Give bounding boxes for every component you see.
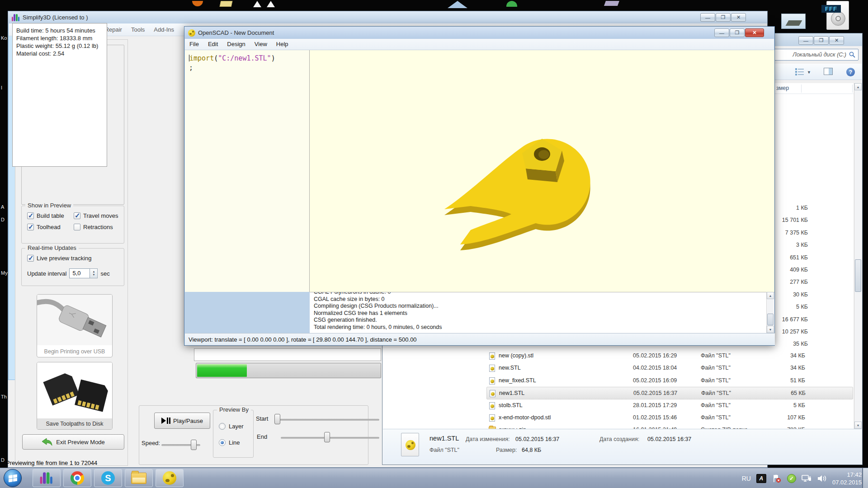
file-date: 28.01.2015 17:29 [633,402,677,408]
preview-option-toolhead[interactable]: Toolhead [27,224,74,230]
view-mode-icon[interactable] [795,68,804,75]
radio-button[interactable] [219,439,226,446]
file-row[interactable]: new_fixed.STL05.02.2015 16:09Файл "STL"5… [486,375,853,387]
update-interval-input[interactable]: 5,0 [69,268,90,278]
update-interval-stepper[interactable]: ▲▼ [90,268,98,278]
menu-item-file[interactable]: File [185,38,203,50]
end-slider-thumb[interactable] [324,432,330,442]
checkbox[interactable] [27,212,34,219]
maximize-button[interactable]: ❐ [814,36,829,45]
begin-printing-usb-button[interactable]: Begin Printing over USB [37,294,113,357]
console[interactable]: CGAL Polyhedrons in cache: 0CGAL cache s… [310,292,774,333]
file-name: new.STL [499,365,521,371]
start-button[interactable] [4,469,22,487]
openscad-titlebar[interactable]: OpenSCAD - New Document — ❐ ✕ [184,27,774,39]
menu-item-design[interactable]: Design [222,38,250,50]
menu-item-tools[interactable]: Tools [127,24,149,36]
preview-pane-icon[interactable] [824,68,833,75]
close-button[interactable]: ✕ [745,28,764,37]
radio-button[interactable] [219,423,226,430]
close-button[interactable]: ✕ [829,36,844,45]
console-scrollbar[interactable]: ▲ ▼ [766,292,774,333]
screenshot-desktop-icon[interactable] [781,14,806,29]
network-icon[interactable] [802,474,811,483]
spin-down-icon[interactable]: ▼ [92,273,95,277]
menu-item-view[interactable]: View [250,38,272,50]
show-desktop-button[interactable] [862,468,868,488]
action-center-flag-icon[interactable] [772,474,782,483]
file-row[interactable]: new.STL04.02.2015 18:04Файл "STL"34 КБ [486,362,853,374]
clock-date: 07.02.2015 [832,479,862,486]
checkbox[interactable] [27,224,34,230]
openscad-app-icon [188,29,195,37]
scroll-down-icon[interactable]: ▼ [767,326,774,333]
clock[interactable]: 17:42 07.02.2015 [832,471,862,486]
explorer-search-box[interactable]: Локальный диск (C:) [774,49,859,61]
file-row[interactable]: x-end-motor-dpod.stl01.02.2015 15:46Файл… [486,412,853,424]
fff-file-desktop-icon[interactable]: FFF [826,1,849,30]
play-pause-button[interactable]: Play/Pause [154,413,210,429]
size-column-header[interactable]: змер [776,85,789,91]
preview-option-travel-moves[interactable]: Travel moves [74,212,120,219]
menu-item-edit[interactable]: Edit [203,38,222,50]
details-created-label: Дата создания: [599,436,639,442]
file-name: new_fixed.STL [499,377,536,384]
file-date: 05.02.2015 16:29 [633,352,677,359]
taskbar-item-explorer[interactable] [125,469,153,487]
checkbox[interactable] [74,224,80,230]
details-modified-value: 05.02.2015 16:37 [515,436,559,442]
save-toolpaths-button[interactable]: Save Toolpaths to Disk [37,362,113,430]
start-slider-thumb[interactable] [274,414,280,424]
menu-item-add-ins[interactable]: Add-Ins [149,24,179,36]
keyboard-layout-icon[interactable]: A [756,474,766,483]
volume-icon[interactable] [817,474,827,483]
spin-up-icon[interactable]: ▲ [92,270,95,273]
radio-label: Line [229,439,240,446]
view-dropdown-icon[interactable]: ▼ [807,70,811,75]
live-preview-tracking-checkbox[interactable] [27,255,34,262]
explorer-scrollbar[interactable]: ▲ ▼ [854,83,862,429]
scroll-up-icon[interactable]: ▲ [854,83,862,90]
preview-option-build-table[interactable]: Build table [27,212,74,219]
scroll-up-icon[interactable]: ▲ [767,292,774,299]
taskbar-item-openscad[interactable] [156,469,184,487]
exit-preview-mode-button[interactable]: Exit Preview Mode [22,434,124,450]
file-row[interactable]: new1.STL05.02.2015 16:37Файл "STL"65 КБ [486,387,853,399]
usb-connector-icon [37,295,112,345]
checkbox[interactable] [74,212,80,219]
preview-option-retractions[interactable]: Retractions [74,224,120,230]
help-icon[interactable]: ? [846,68,855,76]
file-row[interactable]: new (copy).stl05.02.2015 16:29Файл "STL"… [486,350,853,362]
code-editor[interactable]: import("C:/new1.STL") ; [185,50,310,292]
minimize-button[interactable]: — [714,28,729,37]
selected-file-icon [401,433,419,456]
preview-status-text: Previewing file from line 1 to 72044 [6,460,97,466]
desktop-icon-label: Ko [1,35,7,41]
antivirus-ok-icon[interactable]: ✓ [787,474,796,483]
scrollbar-thumb[interactable] [767,314,774,325]
radio-label: Layer [229,423,244,430]
console-line: Normalized CSG tree has 1 elements [314,310,774,317]
scrollbar-thumb[interactable] [855,259,861,292]
speed-slider-thumb[interactable] [191,440,197,450]
taskbar-item-simplify3d[interactable] [33,469,61,487]
end-slider-track[interactable] [281,437,379,439]
taskbar-item-skype[interactable]: S [94,469,122,487]
scroll-down-icon[interactable]: ▼ [854,422,862,429]
3d-viewport[interactable] [310,50,774,292]
maximize-button[interactable]: ❐ [730,28,745,37]
menu-item-help[interactable]: Help [272,38,293,50]
close-button[interactable]: ✕ [731,13,746,22]
maximize-button[interactable]: ❐ [716,13,731,22]
start-slider-track[interactable] [275,419,379,421]
language-indicator[interactable]: RU [742,475,751,482]
preview-by-option-line[interactable]: Line [219,439,240,446]
file-row[interactable]: stolb.STL28.01.2015 17:29Файл "STL"5 КБ [486,399,853,412]
preview-by-option-layer[interactable]: Layer [219,423,244,430]
live-preview-tracking-row[interactable]: Live preview tracking [27,255,91,262]
minimize-button[interactable]: — [798,36,813,45]
aperture-icon [831,11,845,26]
minimize-button[interactable]: — [700,13,715,22]
taskbar-item-chrome[interactable] [63,469,91,487]
simplify3d-titlebar[interactable]: Simplify3D (Licensed to ) — ❐ ✕ [8,11,767,23]
